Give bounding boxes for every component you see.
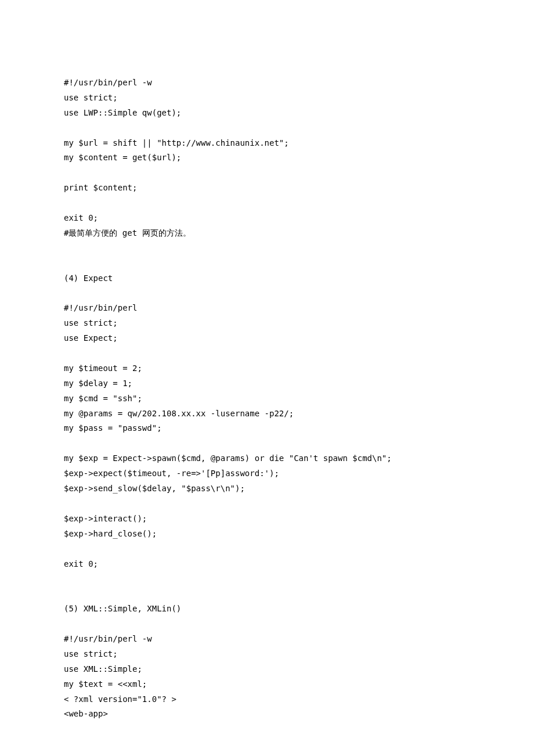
code-content: #!/usr/bin/perl -wuse strict;use LWP::Si… bbox=[64, 75, 470, 722]
code-line bbox=[64, 542, 470, 557]
code-line bbox=[64, 196, 470, 211]
code-line: exit 0; bbox=[64, 557, 470, 572]
code-line: $exp->send_slow($delay, "$pass\r\n"); bbox=[64, 481, 470, 496]
code-line: < ?xml version="1.0"? > bbox=[64, 692, 470, 707]
code-line: exit 0; bbox=[64, 211, 470, 226]
code-line: my $timeout = 2; bbox=[64, 361, 470, 376]
code-line: (5) XML::Simple, XMLin() bbox=[64, 602, 470, 617]
code-line: my $delay = 1; bbox=[64, 376, 470, 391]
code-line: my $url = shift || "http://www.chinaunix… bbox=[64, 136, 470, 151]
code-line bbox=[64, 436, 470, 451]
code-line: my @params = qw/202.108.xx.xx -lusername… bbox=[64, 406, 470, 422]
code-line bbox=[64, 586, 470, 602]
code-line: #!/usr/bin/perl -w bbox=[64, 75, 470, 91]
code-line: use LWP::Simple qw(get); bbox=[64, 106, 470, 121]
code-line bbox=[64, 496, 470, 512]
code-line: (4) Expect bbox=[64, 271, 470, 286]
code-line bbox=[64, 617, 470, 632]
code-line: my $content = get($url); bbox=[64, 150, 470, 165]
code-line: #最简单方便的 get 网页的方法。 bbox=[64, 226, 470, 241]
code-line: #!/usr/bin/perl -w bbox=[64, 632, 470, 647]
code-line: $exp->expect($timeout, -re=>'[Pp]assword… bbox=[64, 466, 470, 481]
code-line: $exp->interact(); bbox=[64, 512, 470, 527]
code-line: $exp->hard_close(); bbox=[64, 527, 470, 542]
code-line: my $exp = Expect->spawn($cmd, @params) o… bbox=[64, 451, 470, 466]
code-line: my $pass = "passwd"; bbox=[64, 421, 470, 436]
code-line bbox=[64, 256, 470, 271]
code-line bbox=[64, 165, 470, 181]
code-line: print $content; bbox=[64, 181, 470, 196]
code-line: <web-app> bbox=[64, 707, 470, 722]
code-line: use strict; bbox=[64, 316, 470, 331]
code-line bbox=[64, 241, 470, 256]
code-line: my $cmd = "ssh"; bbox=[64, 391, 470, 406]
code-line: use XML::Simple; bbox=[64, 662, 470, 677]
code-line: #!/usr/bin/perl bbox=[64, 301, 470, 316]
code-line: use strict; bbox=[64, 647, 470, 662]
code-line bbox=[64, 121, 470, 136]
code-line: use Expect; bbox=[64, 331, 470, 346]
code-line: my $text = <<xml; bbox=[64, 677, 470, 692]
code-line bbox=[64, 286, 470, 301]
code-line bbox=[64, 346, 470, 361]
code-line bbox=[64, 571, 470, 586]
document-page: #!/usr/bin/perl -wuse strict;use LWP::Si… bbox=[0, 0, 534, 756]
code-line: use strict; bbox=[64, 91, 470, 106]
